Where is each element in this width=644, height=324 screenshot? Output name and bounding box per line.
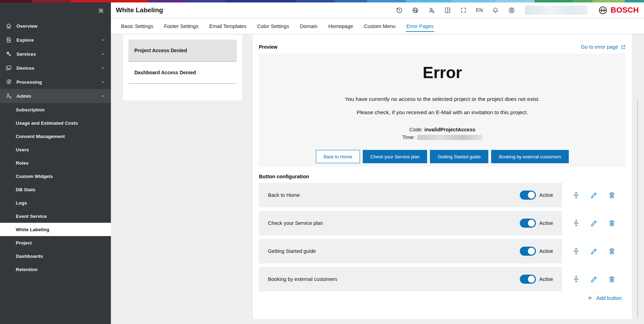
error-pages-list: Project Access Denied Dashboard Access D… bbox=[123, 34, 242, 101]
list-item-project-access-denied[interactable]: Project Access Denied bbox=[128, 40, 237, 62]
pin-off-icon[interactable] bbox=[97, 7, 104, 14]
config-row: Booking by external customers Active bbox=[259, 267, 626, 291]
edit-icon[interactable] bbox=[590, 275, 598, 283]
app-root: Overview Explore bbox=[0, 0, 644, 324]
notifications-bell-icon[interactable] bbox=[492, 7, 499, 14]
preview-button-getting-started[interactable]: Getting Started guide bbox=[430, 150, 488, 163]
chevron-down-icon bbox=[100, 80, 105, 84]
user-manual-icon[interactable]: ? bbox=[444, 7, 451, 14]
sidebar-item-retention[interactable]: Retention bbox=[0, 263, 111, 276]
move-icon[interactable] bbox=[572, 275, 580, 283]
list-item-dashboard-access-denied[interactable]: Dashboard Access Denied bbox=[128, 62, 237, 84]
sidebar-item-project[interactable]: Project bbox=[0, 236, 111, 249]
time-value-redacted bbox=[417, 135, 482, 140]
delete-icon[interactable] bbox=[608, 247, 616, 255]
tab-error-pages[interactable]: Error Pages bbox=[406, 23, 433, 29]
add-button[interactable]: Add button bbox=[587, 295, 622, 301]
sidebar-item-admin[interactable]: Admin bbox=[0, 89, 111, 103]
sidebar-item-event-service[interactable]: Event Service bbox=[0, 209, 111, 223]
sidebar-item-label: Overview bbox=[16, 23, 105, 29]
chevron-up-icon bbox=[100, 94, 105, 98]
tab-color-settings[interactable]: Color Settings bbox=[257, 23, 289, 29]
bosch-symbol-icon bbox=[598, 6, 608, 15]
sidebar-item-roles[interactable]: Roles bbox=[0, 156, 111, 170]
devices-icon bbox=[5, 64, 12, 71]
go-to-error-page-link[interactable]: Go to error page bbox=[581, 44, 626, 50]
sidebar-item-usage-and-estimated-costs[interactable]: Usage and Estimated Costs bbox=[0, 116, 111, 130]
error-message-2: Please check, if you received an E-Mail … bbox=[259, 109, 626, 116]
topbar: White Labeling bbox=[111, 2, 644, 18]
home-icon bbox=[5, 22, 12, 29]
active-toggle[interactable] bbox=[520, 275, 536, 284]
move-icon[interactable] bbox=[572, 191, 580, 199]
explore-icon bbox=[5, 36, 12, 43]
active-toggle[interactable] bbox=[520, 219, 536, 228]
sidebar-item-white-labeling[interactable]: White Labeling bbox=[0, 223, 111, 236]
move-icon[interactable] bbox=[572, 219, 580, 227]
bosch-wordmark: BOSCH bbox=[611, 6, 639, 15]
globe-pointer-icon[interactable] bbox=[412, 7, 419, 14]
error-code-line: Code: invalidProjectAccess bbox=[259, 127, 626, 132]
sidebar-item-label: Processing bbox=[16, 80, 96, 85]
sidebar-item-db-stats[interactable]: DB Stats bbox=[0, 183, 111, 196]
sidebar-item-label: Services bbox=[16, 51, 96, 57]
content-area: Project Access Denied Dashboard Access D… bbox=[111, 34, 644, 324]
services-icon bbox=[5, 50, 12, 57]
sidebar-item-consent-management[interactable]: Consent Management bbox=[0, 130, 111, 143]
edit-icon[interactable] bbox=[590, 247, 598, 255]
sidebar-item-custom-widgets[interactable]: Custom Widgets bbox=[0, 170, 111, 183]
chevron-down-icon bbox=[100, 66, 105, 70]
tab-homepage[interactable]: Homepage bbox=[328, 23, 353, 29]
config-row: Back to Home Active bbox=[259, 183, 626, 207]
language-selector[interactable]: EN bbox=[476, 7, 483, 13]
active-toggle[interactable] bbox=[520, 191, 536, 200]
external-link-icon bbox=[621, 44, 626, 50]
user-support-icon[interactable] bbox=[428, 7, 435, 14]
preview-button-booking-external[interactable]: Booking by external customers bbox=[491, 150, 569, 163]
delete-icon[interactable] bbox=[608, 219, 616, 227]
edit-icon[interactable] bbox=[590, 191, 598, 199]
preview-button-back-to-home[interactable]: Back to Home bbox=[316, 150, 360, 163]
tab-footer-settings[interactable]: Footer Settings bbox=[164, 23, 198, 29]
move-icon[interactable] bbox=[572, 247, 580, 255]
user-name-redacted bbox=[525, 6, 587, 15]
delete-icon[interactable] bbox=[608, 191, 616, 199]
tab-domain[interactable]: Domain bbox=[300, 23, 317, 29]
sidebar-item-logs[interactable]: Logs bbox=[0, 196, 111, 209]
button-configuration-heading: Button configuration bbox=[259, 174, 626, 179]
sidebar-item-processing[interactable]: Processing bbox=[0, 75, 111, 89]
sidebar-item-label: Devices bbox=[16, 66, 96, 71]
sidebar: Overview Explore bbox=[0, 2, 111, 324]
sidebar-item-explore[interactable]: Explore bbox=[0, 33, 111, 47]
config-row: Getting Started guide Active bbox=[259, 239, 626, 263]
error-code-value: invalidProjectAccess bbox=[424, 127, 475, 132]
sidebar-item-dashboards[interactable]: Dashboards bbox=[0, 249, 111, 263]
sidebar-item-subscription[interactable]: Subscription bbox=[0, 103, 111, 116]
processing-icon bbox=[5, 78, 12, 85]
config-row: Check your Service plan Active bbox=[259, 211, 626, 235]
plus-icon bbox=[587, 295, 593, 301]
preview-button-check-service-plan[interactable]: Check your Service plan bbox=[363, 150, 427, 163]
sidebar-item-users[interactable]: Users bbox=[0, 143, 111, 156]
fullscreen-icon[interactable] bbox=[460, 7, 467, 14]
tab-custom-menu[interactable]: Custom Menu bbox=[364, 23, 395, 29]
admin-icon bbox=[5, 92, 12, 99]
chevron-down-icon bbox=[100, 37, 105, 42]
sidebar-item-label: Explore bbox=[16, 37, 96, 43]
tab-basic-settings[interactable]: Basic Settings bbox=[121, 23, 153, 29]
account-icon[interactable] bbox=[508, 7, 515, 14]
active-toggle[interactable] bbox=[520, 247, 536, 256]
bosch-logo: BOSCH bbox=[598, 6, 639, 15]
tabbar: Basic Settings Footer Settings Email Tem… bbox=[111, 18, 644, 34]
sidebar-item-services[interactable]: Services bbox=[0, 47, 111, 61]
history-icon[interactable] bbox=[396, 7, 403, 14]
delete-icon[interactable] bbox=[608, 275, 616, 283]
error-time-line: Time: bbox=[259, 135, 626, 140]
sidebar-item-overview[interactable]: Overview bbox=[0, 19, 111, 33]
tab-email-templates[interactable]: Email Templates bbox=[209, 23, 246, 29]
error-preview: Error You have currently no access to th… bbox=[259, 54, 626, 167]
scrollbar[interactable] bbox=[637, 99, 638, 318]
edit-icon[interactable] bbox=[590, 219, 598, 227]
sidebar-item-devices[interactable]: Devices bbox=[0, 61, 111, 75]
sidebar-item-label: Admin bbox=[16, 94, 96, 99]
